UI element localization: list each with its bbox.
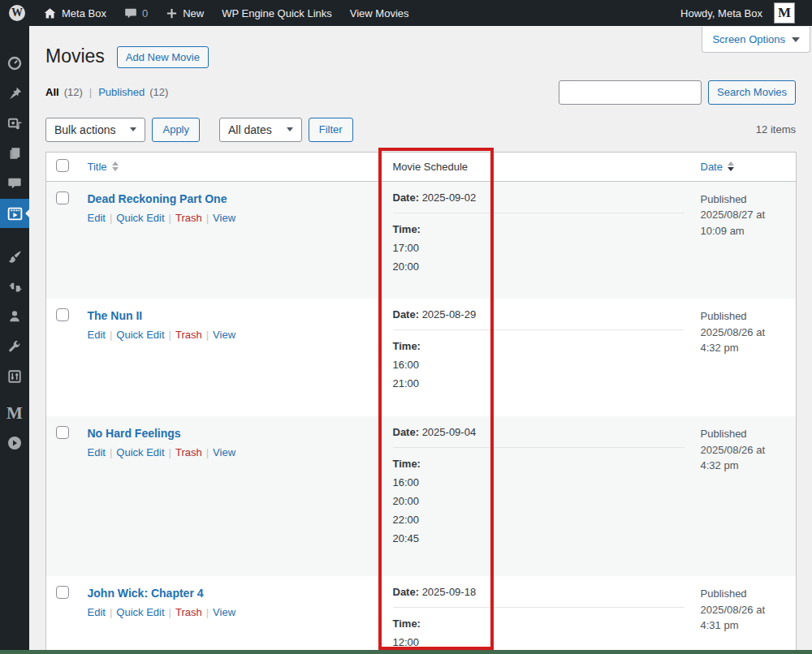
my-account-menu[interactable]: Howdy, Meta Box M xyxy=(672,0,812,26)
sidebar-item-movies[interactable] xyxy=(0,199,29,228)
sidebar-item-meta-box[interactable]: M xyxy=(0,398,29,428)
view-link[interactable]: View xyxy=(213,606,235,618)
trash-link[interactable]: Trash xyxy=(175,212,202,224)
sidebar-item-tools[interactable] xyxy=(0,332,29,361)
comments-icon xyxy=(7,176,22,191)
published-date: 2025/08/26 at 4:32 pm xyxy=(701,442,788,474)
pages-icon xyxy=(7,146,22,161)
edit-link[interactable]: Edit xyxy=(88,606,106,618)
sidebar-item-plugins[interactable] xyxy=(0,272,29,301)
chevron-down-icon xyxy=(287,127,293,131)
action-separator: | xyxy=(206,606,209,618)
edit-link[interactable]: Edit xyxy=(88,212,106,224)
sidebar-item-wp-engine[interactable] xyxy=(0,428,29,458)
quick-edit-link[interactable]: Quick Edit xyxy=(116,446,164,458)
action-separator: | xyxy=(169,212,171,224)
schedule-time: 20:45 xyxy=(393,532,685,544)
sidebar-item-settings[interactable] xyxy=(0,362,29,391)
sidebar-item-comments[interactable] xyxy=(0,169,29,198)
published-status: Published xyxy=(701,308,788,325)
bulk-actions-select[interactable]: Bulk actions xyxy=(45,118,145,142)
search-movies-button[interactable]: Search Movies xyxy=(708,80,796,105)
add-new-movie-button[interactable]: Add New Movie xyxy=(117,46,209,68)
row-title-link[interactable]: John Wick: Chapter 4 xyxy=(88,587,204,600)
schedule-divider xyxy=(393,329,685,330)
filter-button[interactable]: Filter xyxy=(309,118,353,142)
sidebar-item-users[interactable] xyxy=(0,302,29,331)
main-content: Screen Options Movies Add New Movie All … xyxy=(29,26,812,654)
row-title-link[interactable]: No Hard Feelings xyxy=(88,427,181,440)
comments-count: 0 xyxy=(142,7,148,19)
action-separator: | xyxy=(169,329,171,341)
sidebar-item-dashboard[interactable] xyxy=(0,49,29,78)
user-icon xyxy=(7,309,22,324)
row-actions: Edit|Quick Edit|Trash|View xyxy=(88,606,377,618)
admin-bar: W Meta Box 0 New WP Engine Quick Links V… xyxy=(0,0,812,26)
trash-link[interactable]: Trash xyxy=(175,446,202,458)
screen-options-button[interactable]: Screen Options xyxy=(702,27,810,53)
view-link[interactable]: View xyxy=(213,212,235,224)
page-title: Movies xyxy=(45,45,105,69)
quick-edit-link[interactable]: Quick Edit xyxy=(116,212,164,224)
wp-engine-quick-links-menu[interactable]: WP Engine Quick Links xyxy=(213,0,341,26)
avatar: M xyxy=(774,2,795,24)
view-movies-menu[interactable]: View Movies xyxy=(341,0,418,26)
site-name-menu[interactable]: Meta Box xyxy=(34,0,115,26)
comment-bubble-icon xyxy=(124,6,137,19)
chevron-down-icon xyxy=(130,127,136,131)
published-date: 2025/08/26 at 4:32 pm xyxy=(701,325,788,356)
apply-button[interactable]: Apply xyxy=(152,118,200,142)
edit-link[interactable]: Edit xyxy=(88,329,106,341)
column-header-movie-schedule: Movie Schedule xyxy=(385,152,693,181)
howdy-label: Howdy, Meta Box xyxy=(680,7,762,19)
trash-link[interactable]: Trash xyxy=(175,606,202,618)
video-icon xyxy=(6,205,24,222)
trash-link[interactable]: Trash xyxy=(175,329,202,341)
new-content-menu[interactable]: New xyxy=(157,0,213,26)
meta-box-logo-icon: M xyxy=(6,403,23,424)
wp-engine-quick-links-label: WP Engine Quick Links xyxy=(222,7,332,19)
published-date: 2025/08/27 at 10:09 am xyxy=(701,207,788,239)
table-row: No Hard Feelings Edit|Quick Edit|Trash|V… xyxy=(46,416,797,576)
row-actions: Edit|Quick Edit|Trash|View xyxy=(88,212,377,224)
title-header-label: Title xyxy=(88,161,107,173)
row-title-link[interactable]: The Nun II xyxy=(88,309,143,322)
views-row: All (12) | Published (12) Search Movies xyxy=(45,80,796,105)
schedule-time: 20:00 xyxy=(393,495,685,507)
row-checkbox[interactable] xyxy=(56,586,69,599)
chevron-down-icon xyxy=(792,37,800,42)
row-title-link[interactable]: Dead Reckoning Part One xyxy=(88,192,227,205)
view-filter-published-count: (12) xyxy=(149,86,168,98)
table-header-row: Title Movie Schedule Date xyxy=(46,152,797,181)
row-checkbox[interactable] xyxy=(56,308,69,321)
row-checkbox[interactable] xyxy=(56,426,69,439)
schedule-divider xyxy=(393,213,685,213)
view-link[interactable]: View xyxy=(213,329,235,341)
screen-options-label: Screen Options xyxy=(712,33,785,45)
action-separator: | xyxy=(110,606,112,618)
edit-link[interactable]: Edit xyxy=(88,446,106,458)
column-header-title[interactable]: Title xyxy=(88,161,119,173)
view-filter-all[interactable]: All xyxy=(45,86,59,98)
action-separator: | xyxy=(206,212,209,224)
column-header-date[interactable]: Date xyxy=(701,161,734,173)
comments-menu[interactable]: 0 xyxy=(115,0,157,26)
sidebar-item-pages[interactable] xyxy=(0,139,29,168)
sidebar-item-media[interactable] xyxy=(0,109,29,138)
quick-edit-link[interactable]: Quick Edit xyxy=(116,329,164,341)
table-row: Dead Reckoning Part One Edit|Quick Edit|… xyxy=(46,181,797,299)
all-dates-select[interactable]: All dates xyxy=(219,118,302,142)
view-filter-published[interactable]: Published xyxy=(98,86,145,98)
quick-edit-link[interactable]: Quick Edit xyxy=(116,606,164,618)
action-separator: | xyxy=(110,212,112,224)
sidebar-item-appearance[interactable] xyxy=(0,242,29,271)
select-all-checkbox[interactable] xyxy=(56,159,69,172)
sidebar-item-posts[interactable] xyxy=(0,79,29,108)
view-link[interactable]: View xyxy=(213,446,235,458)
search-input[interactable] xyxy=(559,80,702,105)
row-checkbox[interactable] xyxy=(56,191,69,204)
plug-icon xyxy=(7,279,23,295)
schedule-date: Date: 2025-09-18 xyxy=(393,586,685,598)
wp-logo-menu[interactable]: W xyxy=(0,0,34,26)
sliders-icon xyxy=(7,369,22,384)
